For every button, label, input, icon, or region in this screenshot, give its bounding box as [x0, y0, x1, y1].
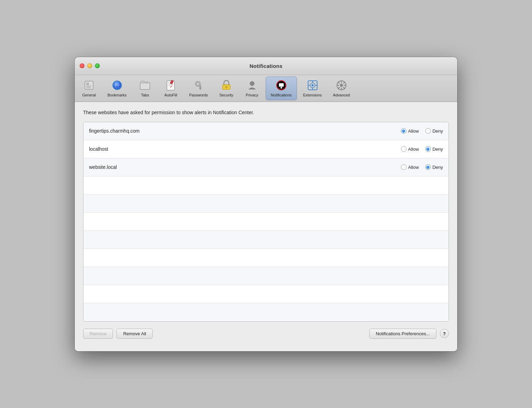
svg-rect-25 [200, 88, 201, 89]
svg-point-42 [340, 84, 343, 87]
extensions-icon [306, 79, 319, 92]
bottom-bar: Remove Remove All Notifications Preferen… [83, 329, 449, 344]
allow-radio-0[interactable] [401, 128, 406, 134]
table-row: localhost Allow Deny [83, 140, 449, 158]
sites-table: fingertips.charmhq.com Allow Deny localh… [83, 122, 449, 322]
table-row-empty [83, 303, 449, 321]
deny-label-1: Deny [433, 147, 443, 152]
titlebar: Notifications [75, 57, 457, 75]
tab-security-label: Security [219, 93, 233, 97]
allow-option-0[interactable]: Allow [401, 128, 419, 134]
svg-line-47 [338, 82, 340, 83]
site-domain: localhost [89, 146, 397, 152]
site-domain: fingertips.charmhq.com [89, 128, 397, 134]
allow-radio-2[interactable] [401, 164, 406, 170]
svg-rect-32 [279, 83, 284, 87]
tab-security[interactable]: Security [214, 77, 239, 100]
security-icon [220, 79, 233, 92]
tab-passwords[interactable]: Passwords [184, 77, 213, 100]
bookmarks-icon [111, 79, 123, 92]
general-icon [83, 79, 95, 92]
svg-rect-12 [140, 83, 150, 89]
deny-radio-2[interactable] [425, 164, 431, 170]
svg-rect-2 [86, 82, 89, 83]
svg-line-49 [344, 82, 345, 83]
tab-general[interactable]: General [77, 77, 101, 100]
tab-privacy[interactable]: Privacy [240, 77, 264, 100]
content-area: These websites have asked for permission… [75, 102, 457, 351]
deny-label-2: Deny [433, 165, 443, 170]
tab-bookmarks[interactable]: Bookmarks [103, 77, 131, 100]
svg-rect-28 [226, 87, 227, 88]
table-row-empty [83, 249, 449, 267]
deny-label-0: Deny [433, 128, 443, 134]
svg-rect-13 [141, 81, 144, 83]
tab-tabs-label: Tabs [141, 93, 149, 97]
table-row-empty [83, 176, 449, 195]
svg-point-22 [196, 83, 199, 85]
tab-extensions-label: Extensions [303, 93, 322, 97]
deny-radio-1[interactable] [425, 146, 431, 152]
tab-general-label: General [82, 93, 96, 97]
deny-radio-0[interactable] [425, 128, 431, 134]
main-window: Notifications General [75, 57, 457, 351]
tab-passwords-label: Passwords [189, 93, 208, 97]
window-title: Notifications [250, 63, 283, 69]
remove-all-button[interactable]: Remove All [116, 329, 153, 339]
allow-label-2: Allow [408, 165, 419, 170]
allow-label-0: Allow [408, 128, 419, 134]
tab-advanced-label: Advanced [333, 93, 350, 97]
site-domain: website.local [89, 164, 397, 170]
table-row-empty [83, 231, 449, 249]
svg-line-48 [344, 87, 345, 89]
description-text: These websites have asked for permission… [83, 109, 449, 116]
maximize-button[interactable] [95, 63, 100, 68]
advanced-icon [335, 79, 348, 92]
remove-button[interactable]: Remove [83, 329, 113, 339]
toolbar: General [75, 75, 457, 102]
privacy-icon [246, 79, 258, 92]
tab-bookmarks-label: Bookmarks [107, 93, 127, 97]
table-row-empty [83, 213, 449, 231]
close-button[interactable] [80, 63, 84, 68]
tab-extensions[interactable]: Extensions [298, 77, 327, 100]
radio-group: Allow Deny [397, 128, 443, 134]
tab-privacy-label: Privacy [246, 93, 258, 97]
help-button[interactable]: ? [440, 329, 449, 338]
svg-line-50 [338, 87, 340, 89]
table-row-empty [83, 285, 449, 303]
allow-radio-1[interactable] [401, 146, 406, 152]
table-row-empty [83, 195, 449, 213]
tab-advanced[interactable]: Advanced [328, 77, 355, 100]
svg-rect-14 [145, 82, 148, 83]
allow-option-1[interactable]: Allow [401, 146, 419, 152]
tab-autofill[interactable]: AutoFill [159, 77, 183, 100]
svg-rect-1 [87, 83, 89, 85]
passwords-icon [192, 79, 205, 92]
deny-option-2[interactable]: Deny [425, 164, 443, 170]
tabs-icon [139, 79, 151, 92]
autofill-icon [164, 79, 177, 92]
allow-option-2[interactable]: Allow [401, 164, 419, 170]
notifications-icon [275, 79, 288, 92]
svg-point-29 [250, 81, 254, 86]
minimize-button[interactable] [87, 63, 92, 68]
table-row: fingertips.charmhq.com Allow Deny [83, 122, 449, 140]
tab-tabs[interactable]: Tabs [133, 77, 157, 100]
svg-rect-24 [200, 87, 201, 88]
radio-group: Allow Deny [397, 164, 443, 170]
deny-option-0[interactable]: Deny [425, 128, 443, 134]
radio-group: Allow Deny [397, 146, 443, 152]
tab-notifications-label: Notifications [271, 93, 292, 97]
svg-point-33 [280, 87, 282, 88]
allow-label-1: Allow [408, 147, 419, 152]
table-row: website.local Allow Deny [83, 158, 449, 176]
titlebar-buttons [80, 63, 100, 68]
tab-notifications[interactable]: Notifications [266, 77, 297, 100]
svg-point-40 [312, 84, 314, 86]
tab-autofill-label: AutoFill [164, 93, 177, 97]
notifications-preferences-button[interactable]: Notifications Preferences... [369, 329, 436, 339]
table-row-empty [83, 267, 449, 285]
deny-option-1[interactable]: Deny [425, 146, 443, 152]
